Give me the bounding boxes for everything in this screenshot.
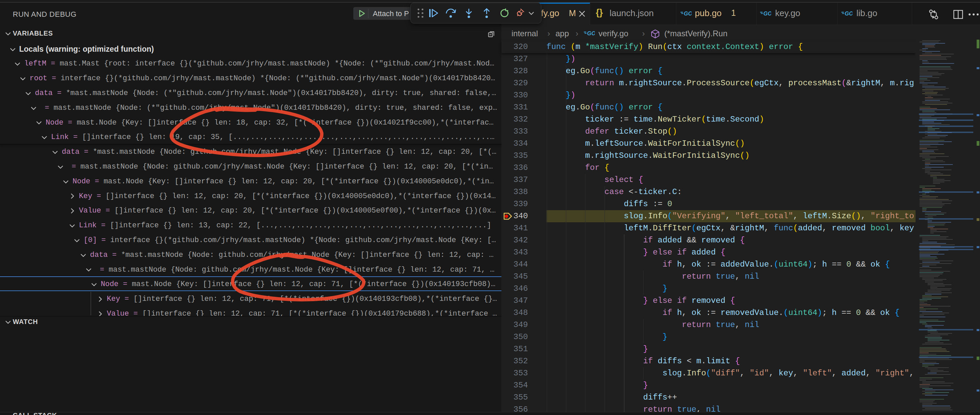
svg-text:GO: GO	[684, 10, 692, 16]
svg-text:GO: GO	[764, 10, 771, 16]
svg-text:GO: GO	[587, 30, 595, 36]
svg-text:GO: GO	[845, 10, 853, 16]
